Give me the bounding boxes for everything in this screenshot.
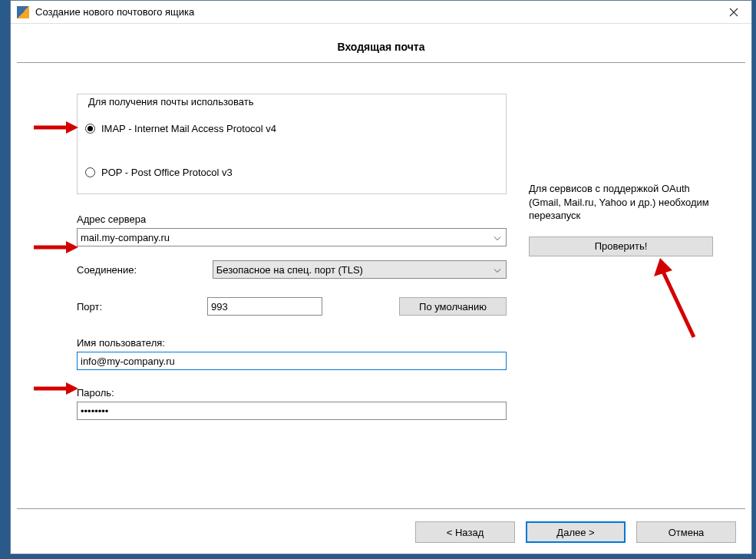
protocol-group-label: Для получения почты использовать	[85, 96, 256, 108]
annotation-arrow-icon	[648, 256, 702, 341]
back-button[interactable]: < Назад	[415, 521, 515, 543]
spacer	[85, 139, 498, 162]
server-address-combo[interactable]: mail.my-company.ru	[77, 228, 507, 246]
port-default-button[interactable]: По умолчанию	[399, 297, 507, 316]
protocol-imap-radio[interactable]: IMAP - Internet Mail Access Protocol v4	[85, 118, 498, 139]
oauth-hint-text: Для сервисов с поддержкой OAuth (Gmail, …	[529, 182, 725, 223]
username-label: Имя пользователя:	[77, 337, 507, 349]
username-input[interactable]	[77, 352, 507, 370]
close-icon	[729, 8, 738, 17]
page-title: Входящая почта	[11, 24, 751, 62]
connection-value: Безопасное на спец. порт (TLS)	[216, 264, 363, 276]
protocol-pop-radio[interactable]: POP - Post Office Protocol v3	[85, 162, 498, 183]
connection-select[interactable]: Безопасное на спец. порт (TLS)	[213, 260, 507, 279]
next-button[interactable]: Далее >	[526, 521, 626, 543]
footer-buttons: < Назад Далее > Отмена	[415, 521, 736, 543]
port-input[interactable]	[207, 297, 322, 316]
annotation-arrow-icon	[32, 118, 78, 137]
app-icon	[17, 6, 29, 18]
server-label: Адрес сервера	[77, 213, 507, 225]
protocol-group: Для получения почты использовать IMAP - …	[77, 94, 507, 194]
svg-line-6	[663, 272, 694, 337]
chevron-down-icon	[494, 232, 501, 243]
password-input[interactable]	[77, 402, 507, 420]
window-title: Создание нового почтового ящика	[35, 6, 716, 18]
connection-label: Соединение:	[77, 264, 159, 276]
svg-marker-3	[66, 241, 78, 253]
radio-unchecked-icon	[85, 167, 95, 177]
side-column: Для сервисов с поддержкой OAuth (Gmail, …	[529, 182, 725, 256]
footer-separator	[17, 508, 745, 509]
radio-checked-icon	[85, 124, 95, 134]
server-address-value: mail.my-company.ru	[81, 232, 170, 243]
header-separator	[17, 62, 745, 63]
cancel-button[interactable]: Отмена	[636, 521, 736, 543]
dialog-window: Создание нового почтового ящика Входящая…	[10, 0, 752, 554]
titlebar: Создание нового почтового ящика	[11, 1, 751, 24]
annotation-arrow-icon	[32, 238, 78, 256]
check-button[interactable]: Проверить!	[529, 237, 713, 256]
protocol-imap-label: IMAP - Internet Mail Access Protocol v4	[101, 123, 276, 134]
main-column: Для получения почты использовать IMAP - …	[77, 94, 507, 420]
port-label: Порт:	[77, 301, 154, 313]
password-label: Пароль:	[77, 387, 507, 399]
protocol-pop-label: POP - Post Office Protocol v3	[101, 167, 233, 178]
svg-marker-5	[66, 382, 78, 395]
close-button[interactable]	[716, 1, 751, 23]
chevron-down-icon	[494, 264, 501, 276]
svg-marker-1	[66, 121, 78, 134]
annotation-arrow-icon	[32, 379, 78, 398]
